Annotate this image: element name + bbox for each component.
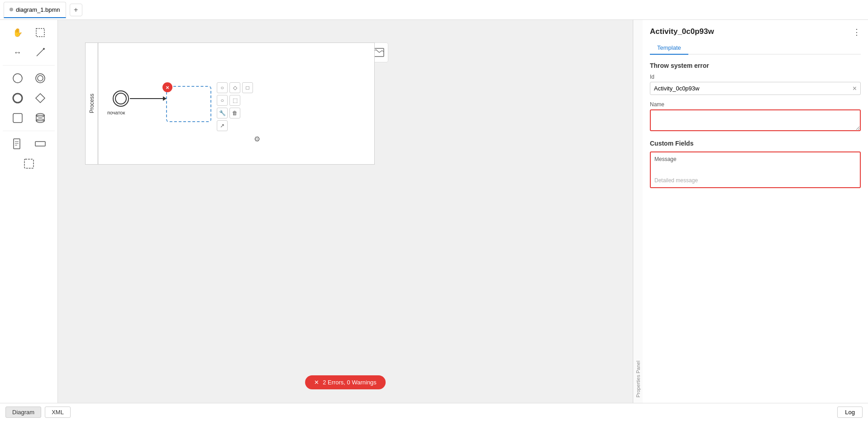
message-input[interactable] — [654, 164, 856, 175]
svg-point-5 — [38, 76, 43, 81]
hand-tool-button[interactable]: ✋ — [7, 24, 29, 42]
toolbar-row-3 — [7, 69, 51, 87]
diamond-icon — [34, 92, 46, 104]
line-icon — [35, 47, 45, 57]
id-input[interactable] — [650, 82, 849, 95]
double-rect-tool-button[interactable] — [29, 135, 51, 153]
square-tool-button[interactable] — [7, 109, 29, 127]
detailed-message-placeholder: Detailed message — [654, 177, 856, 184]
thick-circle-tool-button[interactable] — [7, 89, 29, 107]
tab-dot — [10, 8, 13, 11]
pool-header: Process — [86, 43, 98, 164]
toolbar-sep-1 — [3, 65, 54, 66]
custom-field-bordered: Message Detailed message — [650, 151, 861, 188]
double-rect-icon — [34, 138, 46, 150]
svg-rect-16 — [35, 142, 45, 146]
toolbar-row-7 — [18, 155, 40, 173]
context-menu: ○ ◇ □ ○ ⬚ 🔧 🗑 ↗ — [217, 82, 253, 131]
diagram-tab-button[interactable]: Diagram — [5, 407, 41, 418]
toolbar-row-6 — [7, 135, 51, 153]
append-gateway-button[interactable]: ◇ — [229, 82, 240, 93]
svg-line-1 — [37, 49, 44, 56]
line-tool-button[interactable] — [29, 43, 51, 61]
double-circle-icon — [34, 72, 46, 84]
svg-point-6 — [13, 94, 22, 103]
mini-row-3: 🔧 🗑 — [217, 108, 253, 118]
dashed-rect-tool-button[interactable] — [18, 155, 40, 173]
toolbar-sep-2 — [3, 131, 54, 131]
name-textarea[interactable] — [650, 109, 861, 131]
connect-button[interactable]: ↗ — [217, 120, 228, 131]
error-bar[interactable]: ✕ 2 Errors, 0 Warnings — [305, 375, 386, 389]
toolbar-row-5 — [7, 109, 51, 127]
properties-panel: Properties Panel Activity_0c0p93w Templa… — [633, 20, 868, 403]
svg-marker-7 — [36, 94, 45, 103]
start-event[interactable] — [113, 90, 129, 107]
pool-label: Process — [89, 94, 95, 113]
circle-tool-button[interactable] — [7, 69, 29, 87]
cursor-icon — [35, 28, 45, 38]
diagram-tab[interactable]: diagram_1.bpmn — [4, 2, 66, 18]
append-subprocess-button[interactable]: □ — [242, 82, 253, 93]
add-tab-button[interactable]: + — [70, 4, 82, 16]
svg-point-3 — [13, 74, 22, 83]
canvas-area[interactable]: Process початок × ⚙ ○ ◇ □ — [58, 20, 633, 403]
id-clear-button[interactable]: × — [849, 83, 860, 95]
task-gear-icon: ⚙ — [254, 135, 260, 143]
bpmn-canvas[interactable]: Process початок × ⚙ ○ ◇ □ — [85, 43, 375, 165]
delete-button[interactable]: 🗑 — [229, 108, 240, 118]
mini-row-1: ○ ◇ □ — [217, 82, 253, 93]
diamond-tool-button[interactable] — [29, 89, 51, 107]
panel-rotated-label: Properties Panel — [633, 20, 643, 403]
id-field-row: × — [650, 82, 861, 95]
toolbar-row-4 — [7, 89, 51, 107]
start-event-label: початок — [107, 110, 125, 115]
id-label: Id — [650, 74, 861, 80]
wrench-button[interactable]: 🔧 — [217, 108, 228, 118]
mini-row-4: ↗ — [217, 120, 253, 131]
db-icon — [34, 112, 46, 124]
error-bar-icon: ✕ — [314, 379, 319, 386]
svg-rect-17 — [24, 159, 33, 168]
append-task-button[interactable]: ○ — [217, 82, 228, 93]
panel-title: Activity_0c0p93w — [650, 27, 861, 36]
name-label: Name — [650, 101, 861, 108]
task-element[interactable]: ⚙ — [166, 86, 211, 122]
mini-row-2: ○ ⬚ — [217, 95, 253, 106]
tab-label: diagram_1.bpmn — [16, 6, 60, 13]
sequence-flow — [130, 98, 166, 99]
svg-rect-8 — [13, 114, 22, 123]
thick-circle-icon — [12, 92, 24, 104]
tab-template[interactable]: Template — [650, 42, 688, 55]
panel-content: Activity_0c0p93w Template Throw system e… — [643, 20, 868, 403]
double-circle-tool-button[interactable] — [29, 69, 51, 87]
append-event-button[interactable]: ○ — [217, 95, 228, 106]
panel-tabs: Template — [650, 42, 861, 55]
left-toolbar: ✋ ↔ — [0, 20, 58, 403]
main-area: ✋ ↔ — [0, 20, 868, 403]
custom-fields-title: Custom Fields — [650, 140, 861, 147]
toolbar-row-1: ✋ — [7, 24, 51, 42]
svg-rect-12 — [14, 139, 20, 149]
cursor-tool-button[interactable] — [29, 24, 51, 42]
append-dashed-button[interactable]: ⬚ — [229, 95, 240, 106]
svg-rect-0 — [36, 28, 44, 37]
svg-point-2 — [43, 48, 45, 50]
svg-point-4 — [36, 74, 45, 83]
xml-tab-button[interactable]: XML — [45, 407, 71, 418]
doc-icon — [12, 138, 24, 150]
dashed-rect-icon — [23, 158, 35, 170]
error-badge: × — [162, 82, 172, 92]
name-field-group: Name — [650, 101, 861, 132]
doc-tool-button[interactable] — [7, 135, 29, 153]
move-tool-button[interactable]: ↔ — [7, 43, 29, 61]
circle-icon — [12, 72, 24, 84]
db-tool-button[interactable] — [29, 109, 51, 127]
start-event-inner — [115, 93, 127, 104]
top-bar: diagram_1.bpmn + — [0, 0, 868, 20]
section-title: Throw system error — [650, 62, 861, 69]
id-field-group: Id × — [650, 74, 861, 95]
more-options-button[interactable]: ⋮ — [853, 27, 861, 37]
toolbar-row-2: ↔ — [7, 43, 51, 61]
log-button[interactable]: Log — [837, 407, 863, 418]
